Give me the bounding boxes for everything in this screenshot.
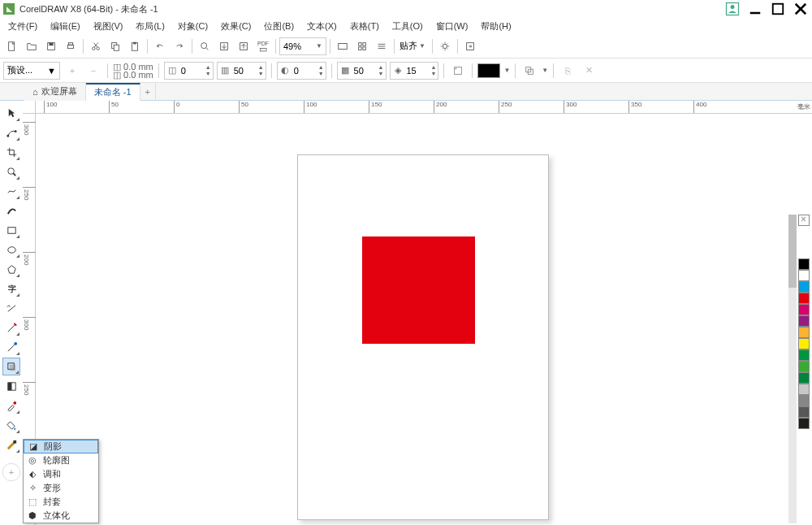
tool-zoom[interactable] — [2, 163, 20, 180]
snap-dropdown[interactable]: 贴齐▼ — [398, 37, 429, 55]
launch-button[interactable] — [461, 37, 479, 55]
flyout-contour[interactable]: ◎轮廓图 — [24, 453, 98, 467]
copy-button[interactable] — [106, 37, 124, 55]
grid-button[interactable] — [353, 37, 371, 55]
tool-connector[interactable] — [2, 338, 20, 356]
tool-ellipse[interactable] — [2, 241, 20, 258]
tab-add[interactable]: + — [140, 83, 156, 101]
tool-fill[interactable] — [2, 416, 20, 434]
paste-button[interactable] — [126, 37, 144, 55]
tool-shape[interactable] — [2, 124, 20, 141]
palette-none[interactable] — [798, 215, 810, 226]
vertical-scrollbar[interactable] — [788, 215, 797, 523]
palette-swatch[interactable] — [798, 418, 810, 429]
flyout-envelope[interactable]: ⬚封套 — [24, 495, 98, 509]
export-button[interactable] — [235, 37, 253, 55]
redo-button[interactable] — [171, 37, 188, 55]
prop-feather[interactable]: ◐▲▼ — [277, 62, 326, 80]
palette-swatch[interactable] — [798, 315, 810, 327]
undo-button[interactable] — [151, 37, 169, 55]
tool-transparency[interactable] — [2, 377, 20, 395]
maximize-button[interactable] — [770, 2, 786, 15]
import-button[interactable] — [215, 37, 233, 55]
tool-dropshadow[interactable] — [2, 358, 20, 375]
palette-swatch[interactable] — [798, 270, 810, 281]
guides-button[interactable] — [373, 37, 391, 55]
palette-swatch[interactable] — [798, 338, 810, 349]
tool-polygon[interactable] — [2, 260, 20, 278]
prop-angle[interactable]: ◫▲▼ — [164, 62, 214, 80]
prop-blend[interactable]: ◈▲▼ — [390, 62, 439, 80]
copy-props-button[interactable]: ⎘ — [559, 62, 577, 80]
cut-button[interactable] — [87, 37, 105, 55]
new-button[interactable] — [3, 37, 21, 55]
menu-help[interactable]: 帮助(H) — [476, 19, 516, 34]
clear-button[interactable]: ✕ — [580, 62, 598, 80]
tool-outline[interactable] — [2, 436, 20, 453]
user-icon[interactable] — [724, 2, 741, 15]
pdf-button[interactable]: PDF▭ — [254, 37, 272, 55]
search-button[interactable] — [196, 37, 214, 55]
prop-transparency[interactable]: ▩▲▼ — [337, 62, 387, 80]
palette-swatch[interactable] — [798, 406, 810, 418]
menu-tools[interactable]: 工具(O) — [387, 19, 428, 34]
menu-effects[interactable]: 效果(C) — [216, 19, 256, 34]
palette-swatch[interactable] — [798, 395, 810, 406]
tool-pick[interactable] — [2, 104, 20, 122]
tool-table[interactable] — [2, 299, 20, 317]
print-button[interactable] — [62, 37, 80, 55]
close-button[interactable] — [793, 2, 809, 15]
tool-dimension[interactable] — [2, 319, 20, 336]
zoom-dropdown[interactable]: ▼ — [279, 37, 326, 55]
red-rectangle-object[interactable] — [362, 236, 475, 344]
tool-freehand[interactable] — [2, 182, 20, 200]
preset-dropdown[interactable]: 预设...▼ — [3, 62, 60, 80]
tool-artistic[interactable] — [2, 202, 20, 219]
palette-swatch[interactable] — [798, 349, 810, 361]
flyout-shadow[interactable]: ◪阴影 — [24, 440, 98, 453]
options-button[interactable] — [436, 37, 454, 55]
tool-text[interactable]: 字 — [2, 280, 20, 297]
add-preset-button[interactable]: + — [63, 62, 81, 80]
menu-window[interactable]: 窗口(W) — [431, 19, 473, 34]
palette-swatch[interactable] — [798, 361, 810, 372]
palette-swatch[interactable] — [798, 304, 810, 315]
minimize-button[interactable] — [747, 2, 763, 15]
menu-edit[interactable]: 编辑(E) — [45, 19, 85, 34]
tab-document[interactable]: 未命名 -1 — [86, 83, 140, 101]
palette-swatch[interactable] — [798, 372, 810, 384]
tool-add[interactable]: + — [2, 463, 20, 481]
tab-welcome[interactable]: ⌂欢迎屏幕 — [24, 83, 86, 101]
canvas[interactable] — [36, 114, 812, 525]
menu-file[interactable]: 文件(F) — [3, 19, 42, 34]
palette-swatch[interactable] — [798, 384, 810, 395]
tool-eyedropper[interactable] — [2, 397, 20, 414]
palette-swatch[interactable] — [798, 281, 810, 293]
merge-mode-button[interactable] — [520, 62, 538, 80]
menu-object[interactable]: 对象(C) — [173, 19, 213, 34]
fullscreen-button[interactable] — [334, 37, 352, 55]
flyout-distort[interactable]: ✧变形 — [24, 481, 98, 495]
flyout-blend[interactable]: ⬖调和 — [24, 467, 98, 481]
direction-button[interactable] — [449, 62, 467, 80]
shadow-color-swatch[interactable] — [477, 63, 500, 78]
tool-rectangle[interactable] — [2, 221, 20, 239]
horizontal-ruler[interactable]: 毫米 10050050100150200250300350400 — [36, 101, 812, 114]
scrollbar-thumb[interactable] — [788, 215, 797, 288]
menu-table[interactable]: 表格(T) — [345, 19, 384, 34]
menu-text[interactable]: 文本(X) — [302, 19, 342, 34]
open-button[interactable] — [23, 37, 41, 55]
palette-swatch[interactable] — [798, 293, 810, 304]
flyout-extrude[interactable]: ⬢立体化 — [24, 509, 98, 523]
menu-view[interactable]: 视图(V) — [89, 19, 128, 34]
prop-opacity[interactable]: ▥▲▼ — [217, 62, 266, 80]
tool-crop[interactable] — [2, 143, 20, 161]
palette-swatch[interactable] — [798, 327, 810, 338]
save-button[interactable] — [42, 37, 60, 55]
ruler-origin[interactable] — [23, 101, 36, 114]
zoom-input[interactable] — [282, 39, 314, 54]
menu-bitmap[interactable]: 位图(B) — [259, 19, 299, 34]
palette-swatch[interactable] — [798, 258, 810, 270]
remove-preset-button[interactable]: − — [84, 62, 102, 80]
menu-layout[interactable]: 布局(L) — [131, 19, 169, 34]
